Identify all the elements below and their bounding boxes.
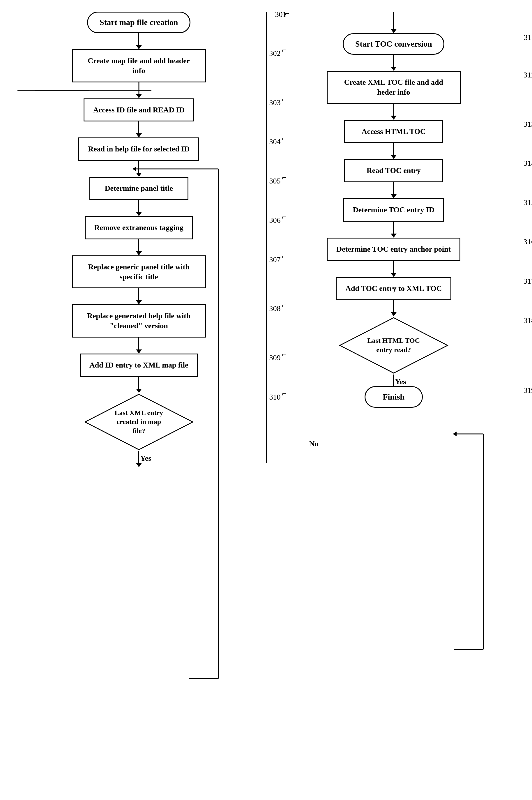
step-313: Access HTML TOC ⌐ 313 xyxy=(273,120,515,143)
node-310-text: Last XML entry created in map file? xyxy=(110,408,168,436)
node-313: Access HTML TOC xyxy=(344,120,443,143)
node-309: Add ID entry to XML map file xyxy=(80,354,198,377)
arrow-301-302 xyxy=(136,33,142,49)
node-307: Replace generic panel title with specifi… xyxy=(72,255,206,289)
step-310: Last XML entry created in map file? ⌐ 31… xyxy=(17,393,260,451)
node-309-text: Add ID entry to XML map file xyxy=(89,360,188,370)
step-319: Finish ⌐ 319 xyxy=(273,386,515,408)
node-308: Replace generated help file with "cleane… xyxy=(72,304,206,338)
node-304-text: Read in help file for selected ID xyxy=(88,144,190,154)
arrow-314-315 xyxy=(391,182,397,198)
yes-area-318: Yes xyxy=(273,375,515,386)
top-line-right xyxy=(393,12,394,29)
arrow-311-312 xyxy=(391,55,397,71)
ref-316: 316 xyxy=(524,237,532,246)
arrow-315-316 xyxy=(391,222,397,237)
ref-313: 313 xyxy=(524,120,532,129)
arrow-317-318 xyxy=(391,300,397,316)
node-319-text: Finish xyxy=(383,392,404,402)
node-311: Start TOC conversion xyxy=(343,33,444,55)
node-316: Determine TOC entry anchor point xyxy=(327,237,460,261)
node-304: Read in help file for selected ID xyxy=(78,137,199,161)
ref-317: 317 xyxy=(524,277,532,286)
node-317: Add TOC entry to XML TOC xyxy=(336,277,451,300)
node-311-text: Start TOC conversion xyxy=(355,39,432,49)
node-305-text: Determine panel title xyxy=(105,184,173,193)
node-302: Create map file and add header info xyxy=(72,49,206,82)
node-318-text: Last HTML TOC entry read? xyxy=(365,336,423,354)
step-308: Replace generated help file with "cleane… xyxy=(17,304,260,338)
feedback-area-312 xyxy=(273,104,515,120)
node-303: Access ID file and READ ID xyxy=(83,98,194,122)
node-305: Determine panel title xyxy=(89,177,188,200)
arrow-304-305 xyxy=(136,161,142,177)
node-302-text: Create map file and add header info xyxy=(81,56,196,76)
node-314-text: Read TOC entry xyxy=(367,166,420,176)
step-316: Determine TOC entry anchor point ⌐ 316 xyxy=(273,237,515,261)
node-316-text: Determine TOC entry anchor point xyxy=(336,244,451,254)
step-318: Last HTML TOC entry read? ⌐ 318 No xyxy=(273,316,515,375)
step-307: Replace generic panel title with specifi… xyxy=(17,255,260,289)
top-arrow-right xyxy=(391,29,397,33)
step-306: Remove extraneous tagging ⌐ 306 xyxy=(17,216,260,240)
node-303-text: Access ID file and READ ID xyxy=(93,105,185,115)
step-302: Create map file and add header info ⌐ 30… xyxy=(17,49,260,82)
feedback-arrow-area xyxy=(17,82,260,98)
step-305: Determine panel title ⌐ 305 xyxy=(17,177,260,200)
step-309: Add ID entry to XML map file ⌐ 309 xyxy=(17,354,260,377)
arrow-303-304 xyxy=(136,121,142,137)
step-304: Read in help file for selected ID ⌐ 304 xyxy=(17,137,260,161)
node-315: Determine TOC entry ID xyxy=(343,198,444,222)
node-312-text: Create XML TOC file and add heder info xyxy=(336,77,451,97)
yes-label-310: Yes xyxy=(140,454,151,463)
node-318: Last HTML TOC entry read? xyxy=(338,316,449,375)
node-315-text: Determine TOC entry ID xyxy=(353,205,434,215)
node-306: Remove extraneous tagging xyxy=(85,216,193,240)
arrow-309-310 xyxy=(136,377,142,393)
yes-area-310: Yes xyxy=(17,451,260,463)
step-314: Read TOC entry ⌐ 314 xyxy=(273,159,515,182)
node-301: Start map file creation xyxy=(87,12,190,33)
step-312: Create XML TOC file and add heder info ⌐… xyxy=(273,71,515,104)
step-315: Determine TOC entry ID ⌐ 315 xyxy=(273,198,515,222)
left-column: Start map file creation 301 ⌐ Create map… xyxy=(17,12,266,463)
ref-318: 318 xyxy=(524,316,532,325)
arrow-313-314 xyxy=(391,143,397,159)
node-314: Read TOC entry xyxy=(344,159,443,182)
ref-311: 311 xyxy=(524,33,532,42)
step-317: Add TOC entry to XML TOC ⌐ 317 xyxy=(273,277,515,300)
arrow-306-307 xyxy=(136,240,142,255)
node-307-text: Replace generic panel title with specifi… xyxy=(81,262,196,282)
yes-label-318: Yes xyxy=(395,377,406,386)
step-303: Access ID file and READ ID ⌐ 303 xyxy=(17,98,260,122)
node-306-text: Remove extraneous tagging xyxy=(94,223,184,233)
step-311: Start TOC conversion ⌐ 311 xyxy=(273,33,515,55)
ref-314: 314 xyxy=(524,159,532,168)
ref-319: 319 xyxy=(524,386,532,395)
arrow-308-309 xyxy=(136,338,142,354)
node-308-text: Replace generated help file with "cleane… xyxy=(81,311,196,331)
node-319: Finish xyxy=(365,386,423,408)
arrow-316-317 xyxy=(391,261,397,277)
arrow-305-306 xyxy=(136,200,142,216)
node-301-text: Start map file creation xyxy=(100,18,178,27)
right-column: Start TOC conversion ⌐ 311 Create XML TO… xyxy=(266,12,515,463)
node-310: Last XML entry created in map file? xyxy=(83,393,194,451)
arrow-307-308 xyxy=(136,288,142,304)
ref-312: 312 xyxy=(524,71,532,79)
ref-315: 315 xyxy=(524,198,532,207)
node-313-text: Access HTML TOC xyxy=(362,127,426,137)
node-312: Create XML TOC file and add heder info xyxy=(327,71,461,104)
feedback-line-302 xyxy=(17,82,260,98)
node-317-text: Add TOC entry to XML TOC xyxy=(345,284,442,293)
step-301: Start map file creation 301 ⌐ xyxy=(17,12,260,33)
